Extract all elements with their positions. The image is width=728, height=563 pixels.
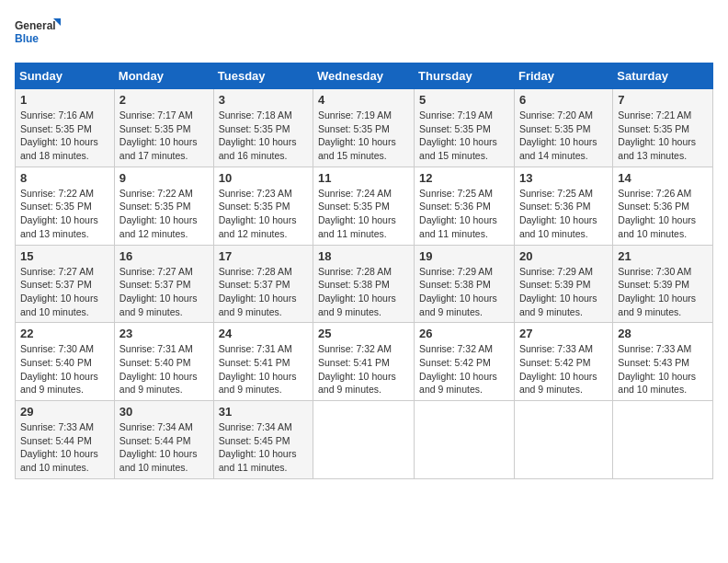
day-info: Sunrise: 7:29 AMSunset: 5:39 PMDaylight:… [519,266,597,317]
day-number: 31 [219,405,308,419]
day-number: 22 [20,327,109,340]
day-number: 1 [20,93,109,107]
day-cell: 10 Sunrise: 7:23 AMSunset: 5:35 PMDaylig… [213,167,313,245]
day-cell: 23 Sunrise: 7:31 AMSunset: 5:40 PMDaylig… [114,323,213,401]
day-number: 20 [519,249,608,263]
day-number: 28 [618,327,708,340]
week-row-1: 1 Sunrise: 7:16 AMSunset: 5:35 PMDayligh… [16,89,713,167]
day-number: 27 [519,327,608,340]
day-info: Sunrise: 7:33 AMSunset: 5:44 PMDaylight:… [20,421,98,473]
day-cell: 21 Sunrise: 7:30 AMSunset: 5:39 PMDaylig… [613,245,713,323]
day-cell: 8 Sunrise: 7:22 AMSunset: 5:35 PMDayligh… [16,167,115,245]
day-info: Sunrise: 7:28 AMSunset: 5:38 PMDaylight:… [318,266,396,317]
day-number: 7 [618,93,708,107]
day-number: 11 [318,171,409,185]
col-header-sunday: Sunday [16,63,115,89]
day-cell: 11 Sunrise: 7:24 AMSunset: 5:35 PMDaylig… [313,167,415,245]
day-number: 24 [219,327,308,340]
day-info: Sunrise: 7:30 AMSunset: 5:40 PMDaylight:… [20,343,98,395]
calendar-table: SundayMondayTuesdayWednesdayThursdayFrid… [15,63,713,479]
day-info: Sunrise: 7:34 AMSunset: 5:45 PMDaylight:… [219,421,297,473]
day-number: 12 [419,171,509,185]
day-number: 17 [219,249,308,263]
day-info: Sunrise: 7:21 AMSunset: 5:35 PMDaylight:… [618,109,696,161]
day-number: 2 [119,93,209,107]
day-number: 18 [318,249,409,263]
day-number: 16 [119,249,209,263]
day-cell: 2 Sunrise: 7:17 AMSunset: 5:35 PMDayligh… [114,89,213,167]
day-cell: 5 Sunrise: 7:19 AMSunset: 5:35 PMDayligh… [415,89,515,167]
day-cell: 7 Sunrise: 7:21 AMSunset: 5:35 PMDayligh… [613,89,713,167]
day-cell: 1 Sunrise: 7:16 AMSunset: 5:35 PMDayligh… [16,89,115,167]
day-cell: 24 Sunrise: 7:31 AMSunset: 5:41 PMDaylig… [213,323,313,401]
day-info: Sunrise: 7:33 AMSunset: 5:43 PMDaylight:… [618,343,696,395]
day-cell: 27 Sunrise: 7:33 AMSunset: 5:42 PMDaylig… [514,323,612,401]
day-number: 15 [20,249,109,263]
day-info: Sunrise: 7:16 AMSunset: 5:35 PMDaylight:… [20,109,98,161]
day-info: Sunrise: 7:25 AMSunset: 5:36 PMDaylight:… [419,188,497,239]
col-header-saturday: Saturday [613,63,713,89]
day-info: Sunrise: 7:19 AMSunset: 5:35 PMDaylight:… [419,109,497,161]
day-info: Sunrise: 7:26 AMSunset: 5:36 PMDaylight:… [618,188,696,239]
day-cell: 16 Sunrise: 7:27 AMSunset: 5:37 PMDaylig… [114,245,213,323]
day-number: 29 [20,405,109,419]
day-cell: 9 Sunrise: 7:22 AMSunset: 5:35 PMDayligh… [114,167,213,245]
day-number: 14 [618,171,708,185]
day-number: 6 [519,93,608,107]
week-row-5: 29 Sunrise: 7:33 AMSunset: 5:44 PMDaylig… [16,401,713,479]
day-cell: 12 Sunrise: 7:25 AMSunset: 5:36 PMDaylig… [415,167,515,245]
svg-text:General: General [15,19,56,32]
week-row-4: 22 Sunrise: 7:30 AMSunset: 5:40 PMDaylig… [16,323,713,401]
day-info: Sunrise: 7:18 AMSunset: 5:35 PMDaylight:… [219,109,297,161]
day-cell: 19 Sunrise: 7:29 AMSunset: 5:38 PMDaylig… [415,245,515,323]
day-number: 4 [318,93,409,107]
day-info: Sunrise: 7:24 AMSunset: 5:35 PMDaylight:… [318,188,396,239]
day-number: 19 [419,249,509,263]
day-info: Sunrise: 7:32 AMSunset: 5:41 PMDaylight:… [318,343,396,395]
day-info: Sunrise: 7:31 AMSunset: 5:40 PMDaylight:… [119,343,198,395]
logo-svg: General Blue [15,15,61,52]
day-info: Sunrise: 7:32 AMSunset: 5:42 PMDaylight:… [419,343,497,395]
day-info: Sunrise: 7:27 AMSunset: 5:37 PMDaylight:… [20,266,98,317]
logo: General Blue [15,15,61,52]
day-number: 10 [219,171,308,185]
day-cell: 25 Sunrise: 7:32 AMSunset: 5:41 PMDaylig… [313,323,415,401]
day-number: 8 [20,171,109,185]
day-cell: 15 Sunrise: 7:27 AMSunset: 5:37 PMDaylig… [16,245,115,323]
week-row-3: 15 Sunrise: 7:27 AMSunset: 5:37 PMDaylig… [16,245,713,323]
day-number: 25 [318,327,409,340]
day-cell: 4 Sunrise: 7:19 AMSunset: 5:35 PMDayligh… [313,89,415,167]
day-number: 23 [119,327,209,340]
day-cell [415,401,515,479]
day-cell: 28 Sunrise: 7:33 AMSunset: 5:43 PMDaylig… [613,323,713,401]
col-header-monday: Monday [114,63,213,89]
day-cell: 6 Sunrise: 7:20 AMSunset: 5:35 PMDayligh… [514,89,612,167]
day-info: Sunrise: 7:29 AMSunset: 5:38 PMDaylight:… [419,266,497,317]
day-cell [313,401,415,479]
col-header-wednesday: Wednesday [313,63,415,89]
day-info: Sunrise: 7:19 AMSunset: 5:35 PMDaylight:… [318,109,396,161]
header: General Blue [15,15,713,52]
day-info: Sunrise: 7:17 AMSunset: 5:35 PMDaylight:… [119,109,198,161]
day-cell: 17 Sunrise: 7:28 AMSunset: 5:37 PMDaylig… [213,245,313,323]
day-cell: 20 Sunrise: 7:29 AMSunset: 5:39 PMDaylig… [514,245,612,323]
day-info: Sunrise: 7:27 AMSunset: 5:37 PMDaylight:… [119,266,198,317]
day-number: 21 [618,249,708,263]
svg-text:Blue: Blue [15,32,39,45]
day-info: Sunrise: 7:31 AMSunset: 5:41 PMDaylight:… [219,343,297,395]
day-info: Sunrise: 7:22 AMSunset: 5:35 PMDaylight:… [20,188,98,239]
day-cell [514,401,612,479]
col-header-tuesday: Tuesday [213,63,313,89]
day-cell: 14 Sunrise: 7:26 AMSunset: 5:36 PMDaylig… [613,167,713,245]
day-number: 3 [219,93,308,107]
day-cell: 31 Sunrise: 7:34 AMSunset: 5:45 PMDaylig… [213,401,313,479]
day-info: Sunrise: 7:25 AMSunset: 5:36 PMDaylight:… [519,188,597,239]
day-number: 9 [119,171,209,185]
day-cell: 22 Sunrise: 7:30 AMSunset: 5:40 PMDaylig… [16,323,115,401]
day-info: Sunrise: 7:20 AMSunset: 5:35 PMDaylight:… [519,109,597,161]
col-header-friday: Friday [514,63,612,89]
day-info: Sunrise: 7:33 AMSunset: 5:42 PMDaylight:… [519,343,597,395]
day-number: 30 [119,405,209,419]
day-cell: 29 Sunrise: 7:33 AMSunset: 5:44 PMDaylig… [16,401,115,479]
day-info: Sunrise: 7:30 AMSunset: 5:39 PMDaylight:… [618,266,696,317]
